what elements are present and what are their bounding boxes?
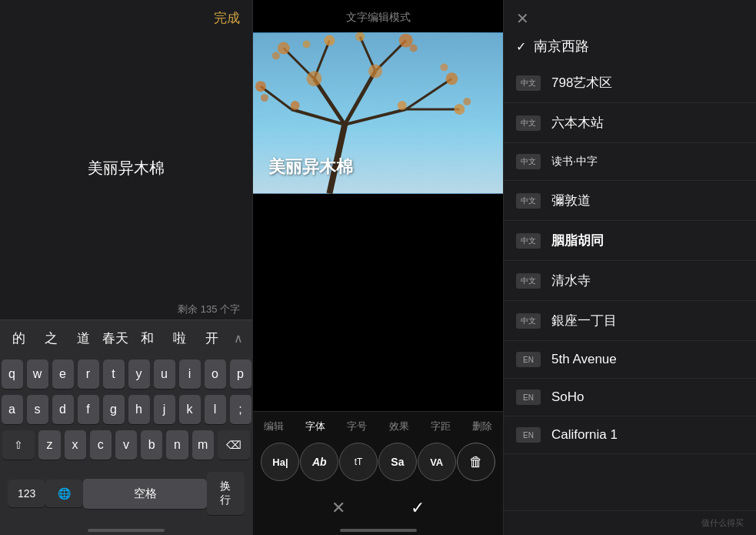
editor-content <box>253 194 503 411</box>
svg-point-16 <box>355 32 365 42</box>
confirm-button[interactable]: ✓ <box>411 498 425 518</box>
key-x[interactable]: x <box>65 430 86 460</box>
key-j[interactable]: j <box>154 395 175 424</box>
candidate-item[interactable]: 的 <box>3 326 35 350</box>
key-e[interactable]: e <box>52 359 74 389</box>
font-item-roppongi[interactable]: 中文 六本木站 <box>504 103 756 143</box>
key-k[interactable]: k <box>179 395 201 424</box>
key-r[interactable]: r <box>78 359 99 389</box>
key-c[interactable]: c <box>90 430 112 460</box>
toolbar-label-effect[interactable]: 效果 <box>389 420 409 433</box>
font-item-yanzhi[interactable]: 中文 胭脂胡同 <box>504 221 756 261</box>
key-a[interactable]: a <box>2 395 23 424</box>
svg-point-13 <box>278 42 290 55</box>
font-item-california[interactable]: EN California 1 <box>504 416 756 454</box>
toolbar-label-spacing[interactable]: 字距 <box>431 420 451 433</box>
font-item-798[interactable]: 中文 798艺术区 <box>504 63 756 103</box>
candidate-bar: 的 之 道 春天 和 啦 开 ∧ <box>0 319 252 356</box>
font-name: California 1 <box>551 427 618 443</box>
keyboard-area: q w e r t y u i o p a s d f g h j k l ; … <box>0 356 252 466</box>
font-item-5thave[interactable]: EN 5th Avenue <box>504 341 756 379</box>
font-name: 銀座一丁目 <box>551 312 617 329</box>
key-w[interactable]: w <box>27 359 48 389</box>
svg-point-21 <box>368 64 382 78</box>
font-name: 六本木站 <box>551 114 604 132</box>
key-y[interactable]: y <box>128 359 150 389</box>
tool-size-button[interactable]: tT <box>339 443 378 481</box>
key-return[interactable]: 换行 <box>207 472 245 515</box>
key-h[interactable]: h <box>128 395 150 424</box>
overlay-text[interactable]: 美丽异木棉 <box>268 155 353 179</box>
tool-edit-button[interactable]: Ha| <box>261 443 299 481</box>
key-l[interactable]: l <box>205 395 226 424</box>
svg-point-22 <box>291 101 300 110</box>
key-n[interactable]: n <box>166 430 188 460</box>
toolbar-label-size[interactable]: 字号 <box>347 420 367 433</box>
tool-spacing-button[interactable]: VA <box>418 443 456 481</box>
tool-delete-button[interactable]: 🗑 <box>457 443 495 481</box>
font-tag-cn: 中文 <box>516 154 541 169</box>
fonts-title-bar: ✓ 南京西路 <box>504 32 756 63</box>
key-v[interactable]: v <box>115 430 137 460</box>
svg-point-29 <box>261 94 268 102</box>
key-semicolon[interactable]: ; <box>230 395 251 424</box>
candidate-item[interactable]: 啦 <box>164 326 196 350</box>
svg-point-17 <box>445 72 458 85</box>
key-o[interactable]: o <box>205 359 226 389</box>
done-button[interactable]: 完成 <box>214 9 240 27</box>
editor-mode-title: 文字编辑模式 <box>253 0 503 32</box>
svg-point-15 <box>399 34 413 48</box>
key-q[interactable]: q <box>2 359 23 389</box>
key-123[interactable]: 123 <box>8 480 45 507</box>
font-name: 胭脂胡同 <box>551 232 604 249</box>
candidate-item[interactable]: 道 <box>67 326 99 350</box>
key-z[interactable]: z <box>38 430 60 460</box>
svg-point-25 <box>303 41 311 48</box>
toolbar-labels: 编辑 字体 字号 效果 字距 删除 <box>253 412 503 438</box>
text-preview-area: 美丽异木棉 <box>0 33 252 303</box>
font-tag-en: EN <box>516 427 541 443</box>
candidate-item[interactable]: 春天 <box>99 326 132 350</box>
candidate-item[interactable]: 之 <box>35 326 68 350</box>
key-f[interactable]: f <box>78 395 99 424</box>
key-p[interactable]: p <box>230 359 251 389</box>
toolbar-label-edit[interactable]: 编辑 <box>264 420 284 433</box>
home-bar <box>88 529 165 532</box>
editor-toolbar: 编辑 字体 字号 效果 字距 删除 Ha| Ab tT Sa VA 🗑 ✕ ✓ <box>253 411 503 535</box>
check-icon: ✓ <box>516 39 526 54</box>
key-space[interactable]: 空格 <box>83 479 207 509</box>
photo-frame: 美丽异木棉 <box>253 32 503 194</box>
fonts-top-bar: ✕ <box>504 0 756 32</box>
toolbar-label-font[interactable]: 字体 <box>305 420 325 433</box>
tool-font-button[interactable]: Ab <box>300 443 338 481</box>
font-item-dushu[interactable]: 中文 读书·中字 <box>504 143 756 181</box>
candidate-item[interactable]: 和 <box>132 326 164 350</box>
cancel-button[interactable]: ✕ <box>331 498 345 518</box>
key-i[interactable]: i <box>179 359 201 389</box>
key-g[interactable]: g <box>103 395 125 424</box>
editor-home-indicator <box>253 524 503 535</box>
key-backspace[interactable]: ⌫ <box>218 430 250 460</box>
tool-effect-button[interactable]: Sa <box>378 443 417 481</box>
svg-point-24 <box>272 52 280 59</box>
key-m[interactable]: m <box>192 430 214 460</box>
candidate-item[interactable]: 开 <box>195 326 228 350</box>
key-s[interactable]: s <box>27 395 48 424</box>
svg-point-23 <box>398 101 407 110</box>
toolbar-label-delete[interactable]: 删除 <box>472 420 492 433</box>
key-t[interactable]: t <box>103 359 125 389</box>
font-name: 清水寺 <box>551 272 591 289</box>
key-b[interactable]: b <box>141 430 162 460</box>
key-shift[interactable]: ⇧ <box>2 430 35 460</box>
key-d[interactable]: d <box>52 395 74 424</box>
close-button[interactable]: ✕ <box>516 9 529 28</box>
key-u[interactable]: u <box>154 359 175 389</box>
key-globe[interactable]: 🌐 <box>45 480 83 507</box>
font-item-ginza[interactable]: 中文 銀座一丁目 <box>504 301 756 341</box>
font-item-mandao[interactable]: 中文 彌敦道 <box>504 181 756 221</box>
keyboard-bottom-bar: 123 🌐 空格 换行 <box>0 466 252 524</box>
candidate-expand-icon[interactable]: ∧ <box>228 331 249 346</box>
font-item-soho[interactable]: EN SoHo <box>504 379 756 416</box>
keyboard-top-bar: 完成 <box>0 0 252 33</box>
font-item-kiyomizu[interactable]: 中文 清水寺 <box>504 261 756 301</box>
